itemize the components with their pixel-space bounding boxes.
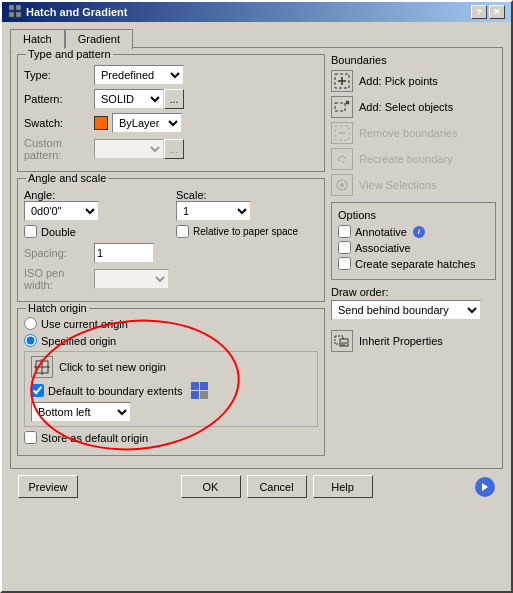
create-separate-label: Create separate hatches	[355, 258, 475, 270]
recreate-boundary-button[interactable]: Recreate boundary	[331, 148, 496, 170]
annotative-checkbox[interactable]	[338, 225, 351, 238]
create-separate-checkbox[interactable]	[338, 257, 351, 270]
boundary-grid-icon	[191, 382, 208, 399]
annotative-label: Annotative	[355, 226, 407, 238]
window-icon	[8, 4, 22, 20]
svg-rect-3	[16, 12, 21, 17]
iso-pen-label: ISO pen width:	[24, 267, 94, 291]
scale-label: Scale:	[176, 189, 246, 201]
boundaries-section: Boundaries Add: Pick points	[331, 54, 496, 196]
inherit-label: Inherit Properties	[359, 335, 443, 347]
angle-select[interactable]: 0d0'0"	[24, 201, 99, 221]
associative-checkbox[interactable]	[338, 241, 351, 254]
spacing-label: Spacing:	[24, 247, 94, 259]
svg-rect-2	[9, 12, 14, 17]
cancel-button[interactable]: Cancel	[247, 475, 307, 498]
custom-pattern-label: Custom pattern:	[24, 137, 94, 161]
angle-label: Angle:	[24, 189, 94, 201]
tab-bar: Hatch Gradient	[10, 28, 503, 48]
specified-origin-group: Click to set new origin Default to bound…	[24, 351, 318, 427]
pattern-select[interactable]: SOLID	[94, 89, 164, 109]
iso-pen-select	[94, 269, 169, 289]
tab-hatch[interactable]: Hatch	[10, 29, 65, 49]
use-current-label: Use current origin	[41, 318, 128, 330]
angle-scale-title: Angle and scale	[26, 172, 108, 184]
click-set-label[interactable]: Click to set new origin	[59, 361, 166, 373]
hatch-origin-title: Hatch origin	[26, 302, 89, 314]
ok-button[interactable]: OK	[181, 475, 241, 498]
double-checkbox[interactable]	[24, 225, 37, 238]
options-title: Options	[338, 209, 489, 221]
store-default-label: Store as default origin	[41, 432, 148, 444]
store-default-checkbox[interactable]	[24, 431, 37, 444]
bottom-bar: Preview OK Cancel Help	[10, 469, 503, 506]
bottom-left-select[interactable]: Bottom left Bottom right Top left Top ri…	[31, 402, 131, 422]
default-boundary-checkbox[interactable]	[31, 384, 44, 397]
boundaries-title: Boundaries	[331, 54, 496, 66]
options-group: Options Annotative i Associative C	[331, 202, 496, 280]
associative-label: Associative	[355, 242, 411, 254]
preview-button[interactable]: Preview	[18, 475, 78, 498]
svg-rect-0	[9, 5, 14, 10]
scale-select[interactable]: 1	[176, 201, 251, 221]
add-select-button[interactable]: Add: Select objects	[331, 96, 496, 118]
type-pattern-group: Type and pattern Type: Predefined Patter…	[17, 54, 325, 172]
draw-order-title: Draw order:	[331, 286, 496, 298]
inherit-icon	[331, 330, 353, 352]
double-row: Double	[24, 225, 166, 238]
angle-scale-group: Angle and scale Angle: 0d0'0" Scale:	[17, 178, 325, 302]
set-origin-icon	[31, 356, 53, 378]
help-button[interactable]: ?	[471, 5, 487, 19]
add-pick-button[interactable]: Add: Pick points	[331, 70, 496, 92]
svg-rect-10	[335, 103, 345, 111]
hatch-origin-group: Hatch origin Use current origin Specifie…	[17, 308, 325, 456]
default-boundary-label: Default to boundary extents	[48, 385, 183, 397]
specified-radio[interactable]	[24, 334, 37, 347]
type-pattern-title: Type and pattern	[26, 48, 113, 60]
view-selections-button[interactable]: View Selections	[331, 174, 496, 196]
type-select[interactable]: Predefined	[94, 65, 184, 85]
add-pick-label: Add: Pick points	[359, 75, 438, 87]
relative-row: Relative to paper space	[176, 225, 318, 238]
next-arrow-button[interactable]	[475, 477, 495, 497]
relative-label: Relative to paper space	[193, 226, 298, 237]
svg-rect-1	[16, 5, 21, 10]
svg-marker-21	[482, 483, 488, 491]
remove-boundaries-button[interactable]: Remove boundaries	[331, 122, 496, 144]
add-select-label: Add: Select objects	[359, 101, 453, 113]
hatch-gradient-dialog: Hatch and Gradient ? ✕ Hatch Gradient Ty…	[0, 0, 513, 593]
swatch-label: Swatch:	[24, 117, 94, 129]
inherit-row[interactable]: Inherit Properties	[331, 326, 496, 356]
custom-pattern-browse-button[interactable]: ...	[164, 139, 184, 159]
tab-gradient[interactable]: Gradient	[65, 29, 133, 49]
remove-label: Remove boundaries	[359, 127, 457, 139]
spacing-input[interactable]	[94, 243, 154, 263]
svg-point-16	[340, 183, 344, 187]
pattern-label: Pattern:	[24, 93, 94, 105]
pattern-browse-button[interactable]: ...	[164, 89, 184, 109]
use-current-radio[interactable]	[24, 317, 37, 330]
title-bar: Hatch and Gradient ? ✕	[2, 2, 511, 22]
type-label: Type:	[24, 69, 94, 81]
window-title: Hatch and Gradient	[26, 6, 127, 18]
swatch-select[interactable]: ByLayer	[112, 113, 182, 133]
info-icon: i	[413, 226, 425, 238]
draw-order-group: Draw order: Do not assign Send to back B…	[331, 286, 496, 320]
view-selections-label: View Selections	[359, 179, 436, 191]
close-button[interactable]: ✕	[489, 5, 505, 19]
help-dialog-button[interactable]: Help	[313, 475, 373, 498]
relative-checkbox[interactable]	[176, 225, 189, 238]
recreate-label: Recreate boundary	[359, 153, 453, 165]
double-label: Double	[41, 226, 76, 238]
color-swatch	[94, 116, 108, 130]
specified-label: Specified origin	[41, 335, 116, 347]
draw-order-select[interactable]: Do not assign Send to back Bring to fron…	[331, 300, 481, 320]
custom-pattern-select	[94, 139, 164, 159]
